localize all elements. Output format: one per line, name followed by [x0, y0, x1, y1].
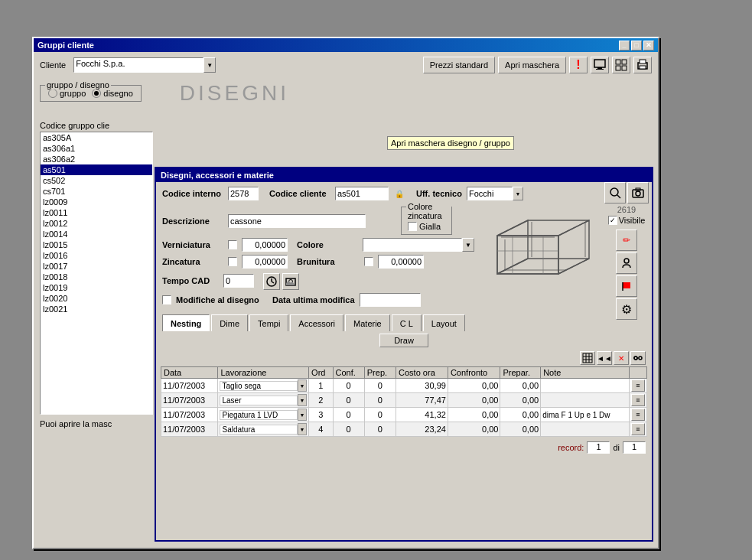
print-button[interactable] [633, 57, 652, 73]
colore-input[interactable] [363, 238, 462, 252]
cell-prepar[interactable]: 0,00 [500, 422, 541, 437]
radio-gruppo[interactable]: gruppo [48, 89, 86, 98]
list-item[interactable]: lz0018 [41, 272, 152, 282]
list-item[interactable]: as305A [41, 132, 152, 143]
cell-note[interactable] [541, 379, 630, 393]
photo-button[interactable] [282, 273, 299, 290]
cell-prep[interactable]: 0 [364, 422, 396, 437]
table-link-button[interactable] [630, 351, 646, 365]
row-action-btn[interactable]: ≡ [631, 379, 645, 392]
verniciatura-checkbox[interactable] [228, 240, 237, 249]
colore-arrow[interactable]: ▼ [462, 238, 474, 252]
cell-costo-ora[interactable]: 30,99 [396, 379, 448, 393]
monitor-button[interactable] [591, 57, 609, 73]
list-item[interactable]: cs701 [41, 186, 152, 197]
cell-prep[interactable]: 0 [364, 408, 396, 422]
table-delete-button[interactable]: ✕ [614, 351, 629, 365]
gialla-checkbox[interactable] [408, 222, 417, 231]
row-action-btn[interactable]: ≡ [631, 409, 645, 421]
grid-button[interactable] [612, 57, 630, 73]
cell-conf[interactable]: 0 [333, 393, 364, 408]
data-modifica-input[interactable] [360, 293, 421, 307]
cell-row-btn[interactable]: ≡ [630, 408, 647, 422]
list-item[interactable]: lz0020 [41, 293, 152, 304]
cell-row-btn[interactable]: ≡ [630, 422, 647, 437]
cell-costo-ora[interactable]: 77,47 [396, 393, 448, 408]
row-action-btn[interactable]: ≡ [631, 394, 645, 406]
cell-note[interactable] [541, 393, 630, 408]
brunitura-input[interactable]: 0,00000 [378, 255, 424, 269]
cell-prep[interactable]: 0 [364, 379, 396, 393]
tab-accessori[interactable]: Accessori [290, 314, 343, 331]
verniciatura-checkbox-item[interactable] [228, 240, 237, 249]
list-item[interactable]: lz0017 [41, 261, 152, 272]
codice-cliente-input[interactable]: as501 [335, 187, 389, 200]
close-button[interactable]: ✕ [643, 41, 654, 50]
cell-prepar[interactable]: 0,00 [500, 379, 541, 393]
row-action-btn[interactable]: ≡ [631, 423, 645, 435]
uff-tecnico-arrow[interactable]: ▼ [513, 187, 523, 200]
table-add-button[interactable] [580, 351, 595, 365]
cell-prep[interactable]: 0 [364, 393, 396, 408]
list-item[interactable]: lz0012 [41, 218, 152, 229]
verniciatura-input[interactable]: 0,00000 [242, 238, 288, 252]
maximize-button[interactable]: □ [631, 41, 642, 50]
brunitura-checkbox-item[interactable] [364, 257, 373, 266]
tab-dime[interactable]: Dime [211, 314, 248, 331]
list-item[interactable]: lz0019 [41, 282, 152, 293]
camera-button[interactable] [627, 182, 649, 203]
descrizione-input[interactable]: cassone [228, 214, 366, 228]
list-item[interactable]: lz0009 [41, 197, 152, 207]
brunitura-checkbox[interactable] [364, 257, 373, 266]
lavorazione-arrow[interactable]: ▼ [298, 394, 307, 406]
tab-tempi[interactable]: Tempi [249, 314, 288, 331]
list-item[interactable]: cs502 [41, 175, 152, 186]
cell-prepar[interactable]: 0,00 [500, 393, 541, 408]
lavorazione-arrow[interactable]: ▼ [298, 423, 307, 435]
table-prev-button[interactable]: ◄◄ [597, 351, 612, 365]
cliente-dropdown-arrow[interactable]: ▼ [203, 57, 216, 73]
cell-row-btn[interactable]: ≡ [630, 379, 647, 393]
cell-note[interactable]: dima F 1 Up e 1 Dw [541, 408, 630, 422]
list-item[interactable]: lz0016 [41, 250, 152, 261]
tab-layout[interactable]: Layout [423, 314, 465, 331]
cell-note[interactable] [541, 422, 630, 437]
list-item[interactable]: lz0021 [41, 304, 152, 314]
radio-disegno-btn[interactable] [92, 89, 101, 98]
radio-gruppo-btn[interactable] [48, 89, 57, 98]
cell-conf[interactable]: 0 [333, 408, 364, 422]
cell-costo-ora[interactable]: 41,32 [396, 408, 448, 422]
cell-confronto[interactable]: 0,00 [448, 422, 500, 437]
list-item[interactable]: as306a1 [41, 143, 152, 154]
zincatura-checkbox[interactable] [228, 257, 237, 266]
lavorazione-select[interactable]: Taglio sega [220, 381, 298, 391]
clock-button[interactable] [263, 273, 280, 290]
lavorazione-arrow[interactable]: ▼ [298, 409, 307, 421]
codice-gruppo-list[interactable]: as305A as306a1 as306a2 as501 cs502 cs701… [40, 132, 153, 415]
cell-conf[interactable]: 0 [333, 379, 364, 393]
record-current[interactable]: 1 [587, 441, 610, 454]
tab-nesting[interactable]: Nesting [162, 314, 210, 331]
list-item[interactable]: lz0014 [41, 229, 152, 239]
list-item-selected[interactable]: as501 [41, 164, 152, 175]
cell-confronto[interactable]: 0,00 [448, 393, 500, 408]
list-item[interactable]: lz0011 [41, 207, 152, 218]
cell-conf[interactable]: 0 [333, 422, 364, 437]
cell-confronto[interactable]: 0,00 [448, 408, 500, 422]
list-item[interactable]: as306a2 [41, 154, 152, 164]
apri-maschera-button[interactable]: Apri maschera [498, 57, 566, 73]
codice-interno-input[interactable]: 2578 [228, 187, 259, 200]
cell-ord[interactable]: 1 [309, 379, 333, 393]
uff-tecnico-input[interactable]: Focchi [467, 187, 513, 200]
draw-button[interactable]: Draw [379, 334, 428, 347]
search-zoom-button[interactable] [604, 182, 626, 203]
tempo-cad-input[interactable]: 0 [223, 274, 254, 288]
tab-cl[interactable]: C L [392, 314, 422, 331]
tab-materie[interactable]: Materie [345, 314, 390, 331]
list-item[interactable]: lz0015 [41, 239, 152, 250]
lavorazione-select[interactable]: Saldatura [220, 425, 298, 435]
modifiche-checkbox[interactable] [162, 295, 171, 304]
cell-ord[interactable]: 2 [309, 393, 333, 408]
cell-row-btn[interactable]: ≡ [630, 393, 647, 408]
cell-confronto[interactable]: 0,00 [448, 379, 500, 393]
